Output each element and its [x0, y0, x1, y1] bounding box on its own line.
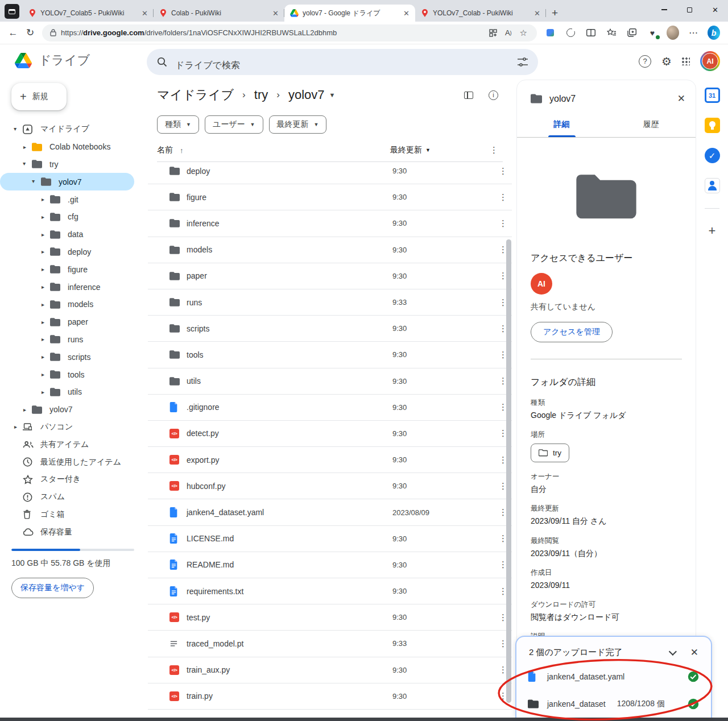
settings-more-icon[interactable]: ⋯: [687, 27, 700, 39]
file-row[interactable]: </> export.py 9:30 ⋮: [148, 447, 512, 473]
location-chip[interactable]: try: [531, 444, 569, 462]
buy-storage-button[interactable]: 保存容量を増やす: [11, 578, 94, 598]
lock-icon[interactable]: [50, 29, 56, 36]
sidebar-tree-item[interactable]: ▸ マイドライブ: [0, 121, 134, 138]
expand-arrow-icon[interactable]: ▸: [31, 179, 37, 185]
tasks-icon[interactable]: ✓: [705, 148, 720, 163]
address-bar[interactable]: https://drive.google.com/drive/folders/1…: [42, 24, 537, 42]
collections-icon[interactable]: [626, 27, 638, 39]
help-icon[interactable]: ?: [639, 55, 651, 68]
tab-history[interactable]: 履歴: [606, 119, 696, 137]
upload-item[interactable]: janken4_dataset.yaml: [516, 663, 711, 690]
file-row[interactable]: janken4_dataset.yaml 2023/08/09 ⋮: [148, 499, 512, 525]
sort-ascending-icon[interactable]: ↑: [180, 146, 184, 155]
manage-access-button[interactable]: アクセスを管理: [531, 322, 613, 342]
grid-view-icon[interactable]: [464, 92, 473, 99]
file-row[interactable]: .gitignore 9:30 ⋮: [148, 395, 512, 421]
sidebar-tree-item[interactable]: ▸ 共有アイテム: [0, 436, 134, 453]
sidebar-tree-item[interactable]: ▸ inference: [0, 278, 134, 296]
filter-chip[interactable]: 最終更新▼: [269, 115, 327, 134]
expand-arrow-icon[interactable]: ▸: [22, 144, 28, 150]
expand-arrow-icon[interactable]: ▸: [22, 161, 28, 167]
expand-arrow-icon[interactable]: ▸: [40, 319, 46, 325]
file-row[interactable]: requirements.txt 9:30 ⋮: [148, 578, 512, 604]
file-row[interactable]: figure 9:30 ⋮: [148, 184, 512, 210]
sidebar-tree-item[interactable]: ▸ models: [0, 296, 134, 313]
filter-chip[interactable]: 種類▼: [157, 115, 199, 134]
search-bar[interactable]: ドライブで検索: [147, 49, 538, 75]
file-row[interactable]: </> train.py 9:30 ⋮: [148, 683, 512, 710]
sidebar-tree-item[interactable]: ▸ scripts: [0, 348, 134, 366]
app-install-icon[interactable]: [489, 29, 497, 37]
calendar-icon[interactable]: 31: [705, 88, 720, 103]
close-icon[interactable]: ✕: [690, 647, 698, 658]
expand-arrow-icon[interactable]: ▸: [40, 354, 46, 360]
file-row[interactable]: LICENSE.md 9:30 ⋮: [148, 526, 512, 552]
tab-close-icon[interactable]: ✕: [270, 9, 281, 18]
profile-avatar[interactable]: [667, 27, 679, 39]
minimize-button[interactable]: [651, 0, 677, 19]
file-row[interactable]: runs 9:33 ⋮: [148, 289, 512, 316]
column-modified[interactable]: 最終更新: [390, 145, 422, 155]
sidebar-tree-item[interactable]: ▸ runs: [0, 331, 134, 349]
expand-arrow-icon[interactable]: ▸: [40, 284, 46, 290]
expand-arrow-icon[interactable]: ▸: [22, 407, 28, 413]
expand-arrow-icon[interactable]: ▸: [13, 424, 19, 430]
sidebar-tree-item[interactable]: ▸ paper: [0, 313, 134, 331]
file-row[interactable]: traced_model.pt 9:33 ⋮: [148, 631, 512, 657]
sidebar-tree-item[interactable]: ▸ tools: [0, 366, 134, 383]
file-row[interactable]: inference 9:30 ⋮: [148, 210, 512, 237]
maximize-button[interactable]: [677, 0, 702, 19]
browser-essentials-icon[interactable]: ♥: [646, 27, 659, 39]
sidebar-tree-item[interactable]: ▸ ゴミ箱: [0, 506, 134, 524]
settings-gear-icon[interactable]: ⚙: [661, 55, 672, 68]
more-options-icon[interactable]: ⋮: [499, 166, 507, 176]
breadcrumb-my-drive[interactable]: マイドライブ: [157, 86, 234, 103]
browser-tab[interactable]: YOLOv7_Colab - PukiWiki ✕: [415, 5, 546, 22]
column-name[interactable]: 名前: [157, 145, 173, 155]
upload-item[interactable]: janken4_dataset 1208/1208 個: [516, 690, 711, 718]
favorites-icon[interactable]: [605, 27, 618, 39]
file-row[interactable]: utils 9:30 ⋮: [148, 368, 512, 395]
read-aloud-icon[interactable]: A): [505, 28, 512, 37]
breadcrumb-try[interactable]: try: [254, 88, 268, 102]
sidebar-tree-item[interactable]: ▸ 保存容量: [0, 523, 134, 541]
expand-arrow-icon[interactable]: ▸: [40, 301, 46, 308]
more-options-icon[interactable]: ⋮: [499, 218, 507, 229]
file-row[interactable]: tools 9:30 ⋮: [148, 342, 512, 368]
file-row[interactable]: models 9:30 ⋮: [148, 237, 512, 263]
sidebar-tree-item[interactable]: ▸ yolov7: [0, 401, 134, 418]
expand-arrow-icon[interactable]: ▸: [40, 231, 46, 238]
sidebar-tree-item[interactable]: ▸ data: [0, 226, 134, 243]
browser-tab[interactable]: Colab - PukiWiki ✕: [154, 5, 284, 22]
bing-chat-icon[interactable]: b: [708, 27, 720, 39]
breadcrumb-current[interactable]: yolov7: [288, 88, 325, 102]
new-tab-button[interactable]: +: [546, 7, 565, 22]
more-options-icon[interactable]: ⋮: [490, 145, 498, 155]
sidebar-tree-item[interactable]: ▸ .git: [0, 190, 134, 208]
owner-avatar[interactable]: AI: [531, 273, 552, 295]
file-row[interactable]: </> hubconf.py 9:30 ⋮: [148, 473, 512, 499]
extension-favicon-icon[interactable]: [544, 27, 556, 39]
sidebar-tree-item[interactable]: ▸ figure: [0, 260, 134, 278]
tab-close-icon[interactable]: ✕: [532, 9, 543, 18]
sidebar-tree-item[interactable]: ▸ スター付き: [0, 471, 134, 488]
file-row[interactable]: </> test.py 9:30 ⋮: [148, 604, 512, 631]
scrollbar-thumb[interactable]: [506, 239, 511, 703]
expand-arrow-icon[interactable]: ▸: [40, 214, 46, 220]
back-button[interactable]: ←: [5, 27, 22, 39]
chevron-down-icon[interactable]: ▼: [329, 92, 335, 98]
expand-arrow-icon[interactable]: ▸: [40, 336, 46, 342]
collapse-chevron-icon[interactable]: [669, 647, 677, 655]
split-screen-icon[interactable]: [585, 27, 597, 39]
expand-arrow-icon[interactable]: ▸: [40, 248, 46, 255]
sidebar-tree-item[interactable]: ▸ try: [0, 156, 134, 173]
browser-tab[interactable]: yolov7 - Google ドライブ ✕: [284, 5, 415, 22]
sidebar-tree-item[interactable]: ▸ 最近使用したアイテム: [0, 453, 134, 471]
browser-tab[interactable]: YOLOv7_Colab5 - PukiWiki ✕: [23, 5, 154, 22]
new-button[interactable]: + 新規: [11, 83, 67, 110]
sidebar-tree-item[interactable]: ▸ cfg: [0, 208, 134, 226]
sidebar-tree-item[interactable]: ▸ スパム: [0, 488, 134, 506]
tab-close-icon[interactable]: ✕: [401, 9, 412, 18]
more-options-icon[interactable]: ⋮: [499, 192, 507, 202]
